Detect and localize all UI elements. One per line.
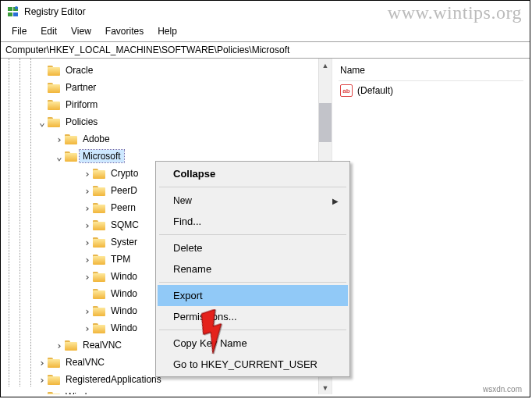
- menu-file[interactable]: File: [5, 24, 33, 38]
- tree-node-label: Partner: [62, 81, 99, 94]
- value-name: (Default): [357, 85, 393, 96]
- folder-icon: [48, 100, 60, 110]
- tree-node[interactable]: Oracle: [4, 62, 318, 79]
- ctx-rename[interactable]: Rename: [158, 258, 348, 280]
- folder-icon: [48, 83, 60, 93]
- folder-icon: [93, 272, 105, 282]
- value-row-default[interactable]: ab (Default): [339, 81, 523, 100]
- window-title: Registry Editor: [24, 6, 86, 17]
- tree-node-label: PeerD: [108, 184, 140, 197]
- context-menu: Collapse New▶ Find... Delete Rename Expo…: [155, 161, 350, 377]
- tree-node[interactable]: ›Adobe: [4, 130, 318, 148]
- expand-icon[interactable]: ›: [82, 271, 93, 283]
- tree-node-label: Windo: [108, 270, 140, 283]
- ctx-new[interactable]: New▶: [158, 190, 348, 211]
- separator: [159, 234, 346, 235]
- separator: [159, 330, 346, 330]
- tree-node-label: Microsoft: [80, 150, 124, 162]
- folder-icon: [93, 289, 105, 299]
- menu-bar: File Edit View Favorites Help: [1, 23, 530, 41]
- tree-node-label: RealVNC: [62, 356, 108, 369]
- expand-icon[interactable]: ›: [82, 219, 93, 231]
- tree-node-label: SQMC: [108, 219, 142, 231]
- tree-node[interactable]: ›Windows: [4, 388, 318, 394]
- expand-icon[interactable]: ›: [82, 202, 93, 214]
- folder-icon: [65, 134, 77, 144]
- tree-node[interactable]: Partner: [4, 79, 318, 96]
- expand-icon[interactable]: ›: [82, 254, 93, 265]
- tree-node-label: Windo: [108, 287, 140, 300]
- ctx-collapse[interactable]: Collapse: [158, 163, 348, 184]
- watermark-small: wsxdn.com: [483, 385, 522, 394]
- expand-icon[interactable]: ›: [37, 357, 48, 369]
- expand-icon[interactable]: ›: [37, 374, 48, 386]
- svg-rect-0: [8, 7, 12, 11]
- tree-node-label: Windo: [108, 305, 140, 317]
- tree-node-label: Windows: [62, 390, 107, 394]
- folder-icon: [93, 306, 105, 316]
- tree-node-label: Policies: [62, 116, 101, 128]
- tree-node[interactable]: Piriform: [4, 96, 318, 113]
- menu-view[interactable]: View: [65, 24, 98, 38]
- tree-node-label: Adobe: [80, 133, 113, 145]
- path-text: Computer\HKEY_LOCAL_MACHINE\SOFTWARE\Pol…: [5, 45, 289, 55]
- scroll-thumb[interactable]: [319, 103, 332, 142]
- tree-node-label: Oracle: [62, 64, 96, 77]
- details-pane: Name ab (Default): [332, 59, 530, 394]
- ctx-permissions[interactable]: Permissions...: [158, 306, 348, 327]
- separator: [159, 187, 346, 187]
- scroll-down-icon[interactable]: ▼: [319, 381, 332, 394]
- tree-node-label: Crypto: [108, 167, 141, 180]
- tree-node-label: Windo: [108, 322, 140, 334]
- tree-node-label: Piriform: [62, 98, 101, 111]
- menu-help[interactable]: Help: [151, 24, 183, 38]
- tree-node-label: Syster: [108, 236, 140, 248]
- title-bar: Registry Editor: [1, 1, 530, 23]
- folder-icon: [93, 169, 105, 179]
- ctx-copy-key[interactable]: Copy Key Name: [158, 333, 348, 354]
- tree-node-label: Peern: [108, 201, 139, 214]
- folder-icon: [93, 255, 105, 265]
- folder-icon: [93, 323, 105, 333]
- ctx-delete[interactable]: Delete: [158, 237, 348, 258]
- expand-icon[interactable]: ›: [82, 322, 93, 334]
- folder-icon: [48, 66, 60, 76]
- scroll-up-icon[interactable]: ▲: [319, 59, 332, 72]
- svg-point-4: [15, 6, 18, 9]
- expand-icon[interactable]: ›: [82, 168, 93, 180]
- regedit-icon: [7, 5, 20, 18]
- folder-icon: [65, 151, 77, 162]
- ctx-export[interactable]: Export: [158, 285, 348, 306]
- folder-icon: [93, 237, 105, 248]
- expand-icon[interactable]: ›: [82, 185, 93, 197]
- folder-icon: [93, 203, 105, 213]
- ctx-find[interactable]: Find...: [158, 211, 348, 232]
- tree-node-label: RealVNC: [80, 339, 125, 351]
- collapse-icon[interactable]: ⌄: [54, 151, 65, 162]
- folder-icon: [48, 358, 60, 368]
- svg-rect-3: [13, 12, 18, 16]
- separator: [159, 282, 346, 283]
- menu-edit[interactable]: Edit: [34, 24, 63, 38]
- ctx-goto[interactable]: Go to HKEY_CURRENT_USER: [158, 354, 348, 375]
- folder-icon: [48, 375, 60, 385]
- menu-favorites[interactable]: Favorites: [99, 24, 150, 38]
- folder-icon: [93, 186, 105, 196]
- folder-icon: [48, 392, 60, 395]
- folder-icon: [48, 117, 60, 127]
- expand-icon[interactable]: ›: [54, 134, 65, 145]
- expand-icon[interactable]: ›: [37, 391, 48, 395]
- tree-node-label: RegisteredApplications: [62, 373, 165, 386]
- collapse-icon[interactable]: ⌄: [37, 116, 48, 128]
- column-header-name[interactable]: Name: [339, 62, 523, 81]
- address-bar[interactable]: Computer\HKEY_LOCAL_MACHINE\SOFTWARE\Pol…: [1, 41, 530, 59]
- string-value-icon: ab: [340, 84, 353, 97]
- svg-rect-2: [8, 12, 12, 16]
- folder-icon: [65, 340, 77, 351]
- submenu-arrow-icon: ▶: [332, 196, 339, 205]
- tree-node-label: TPM: [108, 253, 133, 265]
- expand-icon[interactable]: ›: [82, 237, 93, 248]
- expand-icon[interactable]: ›: [82, 305, 93, 317]
- tree-node[interactable]: ⌄Policies: [4, 113, 318, 130]
- expand-icon[interactable]: ›: [54, 340, 65, 351]
